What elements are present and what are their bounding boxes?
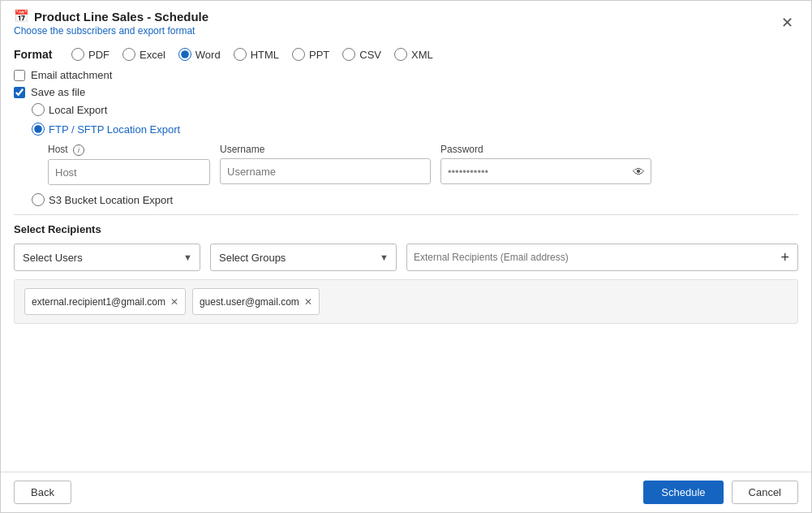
host-input[interactable] [48,159,210,185]
footer-right-buttons: Schedule Cancel [643,481,798,504]
format-radio-xml[interactable] [394,48,407,61]
password-wrapper: 👁 [440,158,651,184]
select-users-wrapper: Select Users ▼ [14,244,200,271]
format-label-pdf: PDF [88,49,110,61]
s3-export-option[interactable]: S3 Bucket Location Export [32,193,798,206]
format-radio-ppt[interactable] [292,48,305,61]
title-block: 📅 Product Line Sales - Schedule Choose t… [14,9,208,37]
s3-export-label: S3 Bucket Location Export [49,194,173,206]
local-export-label: Local Export [49,104,107,116]
format-label-csv: CSV [359,49,381,61]
format-label-ppt: PPT [309,49,329,61]
show-password-button[interactable]: 👁 [633,166,645,178]
email-attachment-label: Email attachment [31,69,112,81]
host-field-group: Host i [48,144,210,185]
external-recipients-wrapper: + [406,244,798,271]
tag-external-recipient1: external.recipient1@gmail.com ✕ [24,288,186,315]
recipients-dropdowns: Select Users ▼ Select Groups ▼ + [14,244,798,271]
format-radio-html[interactable] [234,48,247,61]
tag-label: external.recipient1@gmail.com [32,296,165,308]
format-label: Format [14,48,58,61]
format-label-html: HTML [251,49,279,61]
dialog-body: Format PDF Excel Word HTML PPT [1,40,811,472]
dialog-header: 📅 Product Line Sales - Schedule Choose t… [1,1,811,40]
select-users-dropdown[interactable]: Select Users [14,244,200,271]
username-label: Username [220,144,431,155]
email-attachment-row: Email attachment [14,69,798,81]
format-radio-pdf[interactable] [71,48,84,61]
calendar-icon: 📅 [14,9,29,24]
tags-area: external.recipient1@gmail.com ✕ guest.us… [14,279,798,324]
format-option-excel[interactable]: Excel [122,48,165,61]
local-export-radio[interactable] [32,103,45,116]
export-options-group: Local Export FTP / SFTP Location Export … [32,103,798,206]
tag-label: guest.user@gmail.com [200,296,299,308]
add-external-recipient-button[interactable]: + [779,250,791,265]
back-button[interactable]: Back [14,481,71,504]
section-divider [14,214,798,215]
save-as-file-checkbox[interactable] [14,87,25,98]
username-field-group: Username [220,144,431,185]
cancel-button[interactable]: Cancel [732,481,798,504]
ftp-fields-group: Host i Username Password 👁 [48,144,798,185]
dialog-footer: Back Schedule Cancel [1,472,811,512]
save-as-file-row: Save as file [14,86,798,98]
ftp-export-radio[interactable] [32,123,45,136]
format-section: Format PDF Excel Word HTML PPT [14,48,798,61]
password-label: Password [440,144,651,155]
recipients-label: Select Recipients [14,223,798,235]
format-label-xml: XML [411,49,433,61]
format-option-csv[interactable]: CSV [342,48,381,61]
s3-export-radio[interactable] [32,193,45,206]
remove-tag-external-recipient1-button[interactable]: ✕ [170,297,178,307]
host-label: Host i [48,144,210,156]
format-option-xml[interactable]: XML [394,48,433,61]
password-field-group: Password 👁 [440,144,651,185]
format-label-word: Word [195,49,221,61]
format-radio-excel[interactable] [122,48,135,61]
close-button[interactable]: ✕ [776,14,798,32]
schedule-dialog: 📅 Product Line Sales - Schedule Choose t… [0,0,812,513]
ftp-export-option[interactable]: FTP / SFTP Location Export [32,123,798,136]
password-input[interactable] [440,158,651,184]
external-recipients-input[interactable] [414,252,779,263]
format-radio-word[interactable] [178,48,191,61]
email-attachment-checkbox[interactable] [14,70,25,81]
tag-guest-user: guest.user@gmail.com ✕ [192,288,320,315]
dialog-subtitle: Choose the subscribers and export format [14,25,208,37]
format-option-ppt[interactable]: PPT [292,48,329,61]
format-label-excel: Excel [140,49,165,61]
format-option-pdf[interactable]: PDF [71,48,110,61]
select-groups-wrapper: Select Groups ▼ [210,244,397,271]
select-groups-dropdown[interactable]: Select Groups [210,244,397,271]
ftp-export-label: FTP / SFTP Location Export [49,123,180,136]
local-export-option[interactable]: Local Export [32,103,798,116]
save-as-file-label: Save as file [31,86,85,98]
schedule-button[interactable]: Schedule [643,481,723,504]
host-info-icon: i [73,144,84,156]
remove-tag-guest-user-button[interactable]: ✕ [304,297,312,307]
format-option-html[interactable]: HTML [234,48,279,61]
format-option-word[interactable]: Word [178,48,221,61]
dialog-title: 📅 Product Line Sales - Schedule [14,9,208,24]
format-radio-csv[interactable] [342,48,355,61]
username-input[interactable] [220,158,431,184]
